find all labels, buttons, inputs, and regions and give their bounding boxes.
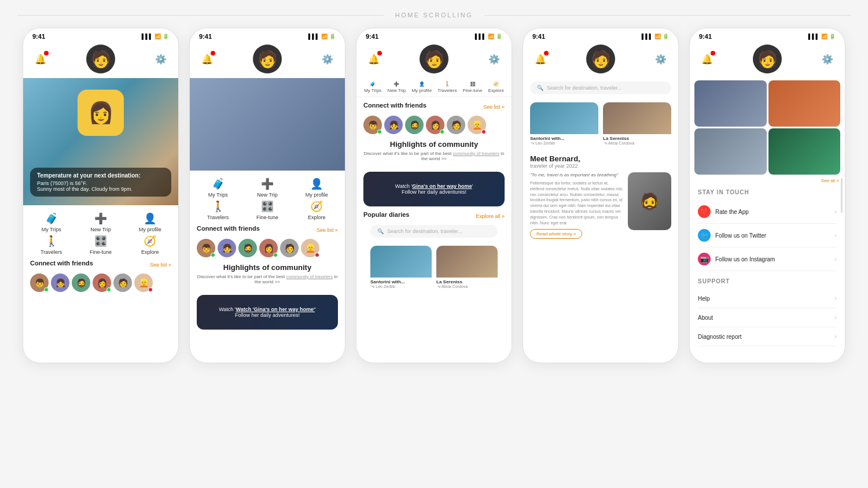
- see-all-link[interactable]: See all »: [690, 177, 845, 184]
- meet-quote: "To me, travel is as important as breath…: [530, 172, 623, 178]
- friend-avatar: 🧔: [405, 116, 424, 134]
- notification-icon-3[interactable]: 🔔: [366, 51, 382, 67]
- instagram-item[interactable]: 📷 Follow us on Instagram ›: [698, 247, 837, 271]
- stay-title: STAY IN TOUCH: [698, 189, 837, 195]
- search-placeholder-4: Search for destination, traveler...: [547, 85, 622, 91]
- diary-author-santorini: by Leo Zerbib: [530, 141, 598, 145]
- nav-item-finetune[interactable]: 🎛️Fine-tune: [463, 82, 483, 93]
- about-chevron: ›: [834, 313, 837, 321]
- avatar-3[interactable]: 🧑: [420, 45, 448, 73]
- see-list-link-3[interactable]: See list »: [483, 104, 505, 110]
- read-more-button[interactable]: Read whole story »: [530, 229, 582, 239]
- pic-cell-2[interactable]: [768, 80, 841, 127]
- weather-card: Temperature at your next destination: Pa…: [30, 168, 171, 197]
- diary-card-2[interactable]: La Sereniss by Alicia Cordova: [436, 246, 498, 289]
- rate-app-label: Rate the App: [715, 209, 749, 215]
- diary-santorini[interactable]: Santorini with... by Leo Zerbib: [530, 102, 598, 145]
- community-link[interactable]: community of travelers: [286, 274, 333, 279]
- notification-icon-5[interactable]: 🔔: [699, 51, 715, 67]
- connect-section-2: Connect with friends See list » 👦 👧 🧔 👩 …: [190, 225, 345, 257]
- diary-sereniss[interactable]: La Sereniss by Alicia Cordova: [603, 102, 671, 145]
- highlights-section-2: Highlights of community Discover what it…: [190, 257, 345, 290]
- nav-item-profile[interactable]: 👤My profile: [411, 82, 432, 93]
- friend-avatar: 👧: [218, 239, 236, 257]
- settings-icon-2[interactable]: ⚙️: [319, 51, 336, 67]
- friends-avatars-2: 👦 👧 🧔 👩 🧑 👱: [197, 239, 338, 257]
- see-list-link-2[interactable]: See list »: [317, 227, 338, 233]
- about-item[interactable]: About ›: [698, 308, 837, 327]
- battery-icon: 🔋: [329, 34, 336, 39]
- status-icons-3: ▌▌▌ 📶 🔋: [475, 34, 502, 39]
- rate-app-left: ❤️ Rate the App: [698, 205, 749, 218]
- help-item[interactable]: Help ›: [698, 289, 837, 308]
- highlights-sub-3: Discover what it's like to be part of th…: [363, 151, 505, 161]
- pic-cell-4[interactable]: [768, 128, 841, 175]
- friend-avatar: 👦: [197, 239, 215, 257]
- nav-item-new[interactable]: ➕New Trip: [388, 82, 406, 93]
- time-3: 9:41: [366, 33, 378, 40]
- meet-body: Pellentesque dui tortor, sodales ut lect…: [530, 180, 623, 225]
- diary-card-1[interactable]: Santorini with... by Leo Zerbib: [370, 246, 432, 289]
- twitter-label: Follow us on Twitter: [715, 232, 766, 239]
- nav-new-trip-2[interactable]: ➕New Trip: [244, 178, 290, 198]
- signal-icon: ▌▌▌: [475, 34, 486, 39]
- about-left: About: [698, 315, 713, 321]
- nav-travelers-2[interactable]: 🚶Travelers: [194, 200, 241, 220]
- avatar-4[interactable]: 🧑: [586, 45, 615, 73]
- diary-title-santorini: Santorini with...: [530, 136, 598, 141]
- settings-icon-5[interactable]: ⚙️: [819, 51, 836, 67]
- pics-grid: [690, 78, 845, 177]
- explore-all-3[interactable]: Explore all »: [476, 213, 505, 219]
- search-bar-4[interactable]: 🔍 Search for destination, traveler...: [530, 82, 671, 94]
- nav-my-profile-2[interactable]: 👤My profile: [293, 178, 340, 198]
- pic-cell-3[interactable]: [694, 128, 767, 175]
- video-card-3[interactable]: Watch 'Gina's on her way home' Follow he…: [363, 172, 505, 206]
- nav-travelers[interactable]: 🚶Travelers: [28, 235, 75, 255]
- connect-title-1: Connect with friends: [30, 260, 93, 267]
- nav-explore[interactable]: 🧭Explore: [127, 235, 174, 255]
- nav-item-travelers[interactable]: 🚶Travelers: [437, 82, 457, 93]
- rate-app-chevron: ›: [834, 208, 837, 216]
- phone-5: 9:41 ▌▌▌ 📶 🔋 🔔 🧑 ⚙️ See all » STAY IN TO…: [689, 28, 845, 363]
- nav-my-trips[interactable]: 🧳My Trips: [28, 212, 75, 232]
- avatar-face: 🧑: [91, 50, 111, 69]
- notification-icon-2[interactable]: 🔔: [199, 51, 215, 67]
- nav-fine-tune-2[interactable]: 🎛️Fine-tune: [244, 200, 290, 220]
- nav-item-explore[interactable]: 🧭Explore: [488, 82, 504, 93]
- avatar-1[interactable]: 🧑: [86, 45, 115, 73]
- nav-new-trip[interactable]: ➕New Trip: [77, 212, 124, 232]
- diagnostic-item[interactable]: Diagnostic report ›: [698, 327, 837, 346]
- friend-avatar: 👱: [301, 239, 319, 257]
- wifi-icon: 📶: [321, 34, 328, 39]
- friend-avatar: 🧑: [113, 273, 132, 292]
- avatar-2[interactable]: 🧑: [253, 45, 282, 73]
- nav-my-trips-2[interactable]: 🧳My Trips: [194, 178, 241, 198]
- pic-cell-1[interactable]: [694, 80, 767, 127]
- settings-icon-3[interactable]: ⚙️: [486, 51, 502, 67]
- help-left: Help: [698, 295, 710, 302]
- nav-my-profile[interactable]: 👤My profile: [127, 212, 174, 232]
- notification-icon[interactable]: 🔔: [32, 51, 49, 67]
- battery-icon: 🔋: [496, 34, 502, 39]
- diary-img-1: [370, 246, 432, 278]
- twitter-item[interactable]: 🐦 Follow us on Twitter ›: [698, 224, 837, 247]
- diaries-title-3: Popular diaries: [363, 211, 409, 218]
- divider-right: [484, 15, 851, 16]
- settings-icon-4[interactable]: ⚙️: [653, 51, 669, 67]
- connect-title-3: Connect with friends: [363, 102, 426, 109]
- search-bar-3[interactable]: 🔍 Search for destination, traveler...: [370, 225, 498, 238]
- signal-icon: ▌▌▌: [642, 34, 653, 39]
- settings-icon[interactable]: ⚙️: [153, 51, 169, 67]
- search-placeholder-3: Search for destination, traveler...: [387, 228, 462, 234]
- video-card-2[interactable]: Watch 'Watch 'Gina's on her way home'' F…: [197, 295, 338, 330]
- nav-fine-tune[interactable]: 🎛️Fine-tune: [77, 235, 124, 255]
- nav-explore-2[interactable]: 🧭Explore: [293, 200, 340, 220]
- nav-item-trips[interactable]: 🧳My Trips: [364, 82, 381, 93]
- community-link-3[interactable]: community of travelers: [453, 151, 499, 156]
- avatar-5[interactable]: 🧑: [753, 45, 782, 73]
- see-list-link-1[interactable]: See list »: [150, 262, 171, 268]
- phone-header-4: 🔔 🧑 ⚙️: [523, 42, 678, 78]
- rate-app-item[interactable]: ❤️ Rate the App ›: [698, 200, 837, 224]
- friend-avatar: 👩: [426, 116, 444, 134]
- notification-icon-4[interactable]: 🔔: [532, 51, 549, 67]
